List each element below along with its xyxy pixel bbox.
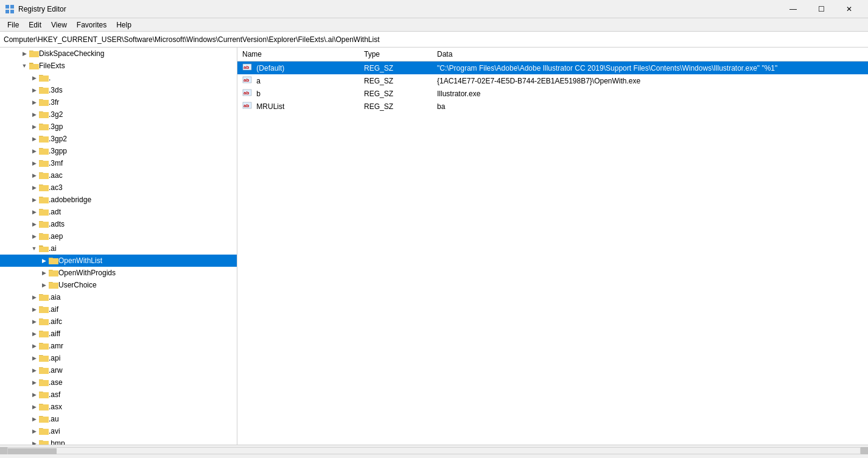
tree-label: FileExts <box>39 62 65 70</box>
tree-label: .aep <box>49 232 63 241</box>
tree-label: .3ds <box>49 86 63 94</box>
tree-panel[interactable]: ▶ DiskSpaceChecking ▼ FileExts ▶ <box>0 48 237 445</box>
tree-item-openwithlist[interactable]: ▶ OpenWithList <box>0 255 237 267</box>
menu-bar: File Edit View Favorites Help <box>0 18 868 32</box>
horizontal-scrollbar[interactable] <box>7 447 861 454</box>
tree-item-au[interactable]: ▶ .au <box>0 413 237 425</box>
tree-label: .amr <box>49 342 63 350</box>
close-button[interactable]: ✕ <box>835 0 863 18</box>
folder-icon <box>39 147 49 155</box>
tree-label: .aiff <box>49 329 60 338</box>
tree-item-aac[interactable]: ▶ .aac <box>0 169 237 181</box>
expander-icon: ▶ <box>39 267 49 279</box>
folder-icon <box>39 122 49 131</box>
tree-item-avi[interactable]: ▶ .avi <box>0 425 237 437</box>
value-name: ab MRUList <box>237 100 359 113</box>
tree-item-ac3[interactable]: ▶ .ac3 <box>0 181 237 194</box>
value-data: Illustrator.exe <box>432 87 868 100</box>
tree-item-openwithprogids[interactable]: ▶ OpenWithProgids <box>0 267 237 279</box>
reg-string-icon: ab <box>242 89 252 96</box>
folder-icon <box>39 354 49 362</box>
folder-open-icon <box>39 244 49 253</box>
tree-item-asf[interactable]: ▶ .asf <box>0 389 237 401</box>
tree-item-3mf[interactable]: ▶ .3mf <box>0 157 237 169</box>
title-bar: Registry Editor — ☐ ✕ <box>0 0 868 18</box>
tree-item-3fr[interactable]: ▶ .3fr <box>0 96 237 108</box>
folder-icon <box>39 403 49 411</box>
scroll-left-btn[interactable] <box>0 447 7 454</box>
tree-label: .adobebridge <box>49 196 91 204</box>
tree-item-aiff[interactable]: ▶ .aiff <box>0 328 237 340</box>
tree-item-aep[interactable]: ▶ .aep <box>0 230 237 242</box>
maximize-button[interactable]: ☐ <box>807 0 835 18</box>
tree-item-ase[interactable]: ▶ .ase <box>0 376 237 389</box>
tree-label: UserChoice <box>58 281 97 289</box>
scroll-right-btn[interactable] <box>861 447 868 454</box>
tree-label: .aif <box>49 305 58 314</box>
value-type: REG_SZ <box>359 87 432 100</box>
tree-item-amr[interactable]: ▶ .amr <box>0 340 237 352</box>
tree-item-ai[interactable]: ▼ .ai <box>0 242 237 255</box>
tree-label: .arw <box>49 366 63 375</box>
tree-item-adts[interactable]: ▶ .adts <box>0 218 237 230</box>
window-title: Registry Editor <box>18 5 779 13</box>
tree-item-3gpp[interactable]: ▶ .3gpp <box>0 145 237 157</box>
menu-favorites[interactable]: Favorites <box>72 19 111 30</box>
col-name: Name <box>237 48 359 62</box>
tree-item-adobebridge[interactable]: ▶ .adobebridge <box>0 194 237 206</box>
expander-icon: ▶ <box>29 376 39 389</box>
tree-item-api[interactable]: ▶ .api <box>0 352 237 364</box>
tree-item-aif[interactable]: ▶ .aif <box>0 303 237 315</box>
tree-item-bmp[interactable]: ▶ .bmp <box>0 437 237 445</box>
tree-label: OpenWithList <box>58 256 102 265</box>
folder-icon <box>49 269 58 277</box>
tree-item-3gp2[interactable]: ▶ .3gp2 <box>0 133 237 145</box>
table-row[interactable]: ab MRUList REG_SZ ba <box>237 100 868 113</box>
app-icon <box>5 4 15 14</box>
expander-icon: ▶ <box>29 340 39 352</box>
folder-icon <box>39 378 49 387</box>
folder-icon <box>39 208 49 216</box>
value-name: ab b <box>237 87 359 100</box>
tree-item-diskspacechecking[interactable]: ▶ DiskSpaceChecking <box>0 48 237 60</box>
table-row[interactable]: ab b REG_SZ Illustrator.exe <box>237 87 868 100</box>
value-type: REG_SZ <box>359 62 432 75</box>
table-row[interactable]: ab (Default) REG_SZ "C:\Program Files\Ad… <box>237 62 868 75</box>
tree-item-fileexts[interactable]: ▼ FileExts <box>0 60 237 72</box>
menu-edit[interactable]: Edit <box>24 19 46 30</box>
tree-item-adt[interactable]: ▶ .adt <box>0 206 237 218</box>
tree-item-aia[interactable]: ▶ .aia <box>0 291 237 303</box>
tree-item-3g2[interactable]: ▶ .3g2 <box>0 108 237 121</box>
expander-icon: ▶ <box>29 303 39 315</box>
value-panel[interactable]: Name Type Data ab (Default) <box>237 48 868 445</box>
expander-icon: ▶ <box>39 279 49 291</box>
tree-item-userchoice[interactable]: ▶ UserChoice <box>0 279 237 291</box>
table-row[interactable]: ab a REG_SZ {1AC14E77-02E7-4E5D-B744-2EB… <box>237 74 868 87</box>
tree-label: .3mf <box>49 159 63 167</box>
tree-item-asx[interactable]: ▶ .asx <box>0 401 237 413</box>
tree-label: OpenWithProgids <box>58 269 116 277</box>
menu-help[interactable]: Help <box>111 19 136 30</box>
expander-icon: ▶ <box>29 389 39 401</box>
svg-rect-1 <box>10 5 14 9</box>
folder-icon <box>39 390 49 399</box>
tree-item-arw[interactable]: ▶ .arw <box>0 364 237 376</box>
folder-open-icon <box>29 62 39 70</box>
tree-item-3ds[interactable]: ▶ .3ds <box>0 84 237 96</box>
expander-icon: ▶ <box>29 194 39 206</box>
menu-file[interactable]: File <box>2 19 24 30</box>
menu-view[interactable]: View <box>46 19 72 30</box>
tree-label: .3g2 <box>49 110 63 119</box>
tree-item-3gp[interactable]: ▶ .3gp <box>0 121 237 133</box>
tree-label: .avi <box>49 427 60 435</box>
tree-item-aifc[interactable]: ▶ .aifc <box>0 315 237 328</box>
svg-text:ab: ab <box>243 90 249 96</box>
tree-label: .adts <box>49 220 65 228</box>
tree-label: .3gp <box>49 122 63 131</box>
folder-icon <box>39 366 49 375</box>
bottom-scroll-bar[interactable] <box>0 445 868 456</box>
minimize-button[interactable]: — <box>779 0 807 18</box>
tree-item-dot[interactable]: ▶ . <box>0 72 237 84</box>
tree-label: .api <box>49 354 60 362</box>
tree-label: .adt <box>49 208 61 216</box>
